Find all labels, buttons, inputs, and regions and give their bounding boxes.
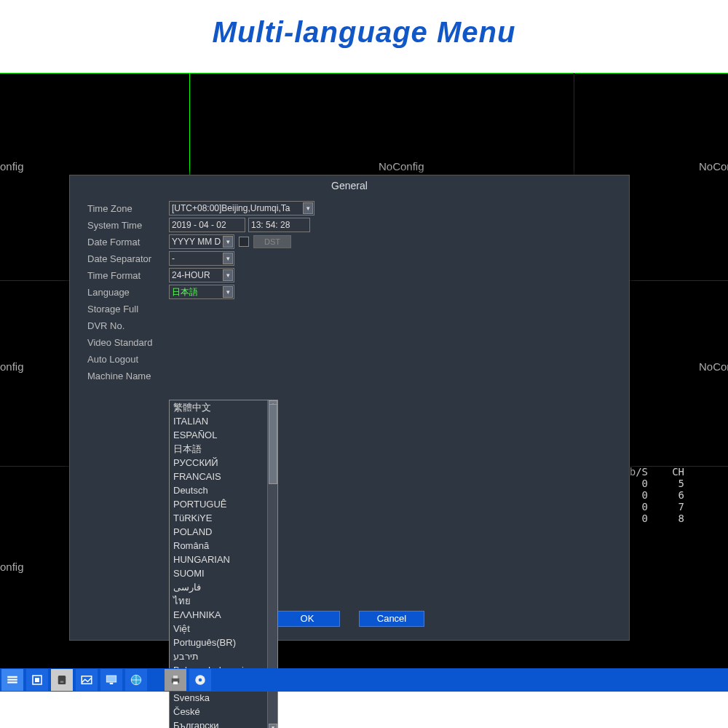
picture-icon[interactable] xyxy=(76,669,98,691)
language-option[interactable]: فارسی xyxy=(170,580,277,594)
svg-rect-0 xyxy=(7,676,17,678)
dst-button[interactable]: DST xyxy=(253,235,291,248)
label-auto-logout: Auto Logout xyxy=(87,354,169,365)
start-menu-icon[interactable] xyxy=(1,669,23,691)
svg-rect-8 xyxy=(106,676,116,682)
scroll-down-icon[interactable]: ▾ xyxy=(269,724,277,728)
svg-point-15 xyxy=(199,678,202,682)
noconfig-label: NoConfig xyxy=(699,160,728,173)
language-option[interactable]: POLAND xyxy=(170,525,277,539)
noconfig-label: NoConfig xyxy=(0,561,24,573)
noconfig-label: NoConfig xyxy=(379,160,424,173)
language-option[interactable]: Română xyxy=(170,539,277,553)
noconfig-label: NoConfig xyxy=(699,360,728,373)
language-option[interactable]: SUOMI xyxy=(170,566,277,580)
label-video-standard: Video Standard xyxy=(87,337,169,348)
chevron-down-icon: ▾ xyxy=(223,269,233,281)
language-option[interactable]: HUNGARIAN xyxy=(170,553,277,566)
stats-row: 05 xyxy=(619,478,728,489)
language-option[interactable]: Português(BR) xyxy=(170,636,277,649)
date-format-select[interactable]: YYYY MM D ▾ xyxy=(169,234,234,249)
date-separator-select[interactable]: - ▾ xyxy=(169,251,234,266)
language-option[interactable]: FRANCAIS xyxy=(170,470,277,483)
disc-icon[interactable] xyxy=(189,669,211,691)
taskbar xyxy=(0,668,728,692)
printer-icon[interactable] xyxy=(165,669,186,691)
stats-row: 07 xyxy=(619,501,728,513)
globe-icon[interactable] xyxy=(125,669,147,691)
bitrate-stats: Kb/S CH 05060708 xyxy=(619,466,728,524)
svg-rect-5 xyxy=(58,676,66,684)
language-option[interactable]: České xyxy=(170,705,277,719)
label-dvr-no: DVR No. xyxy=(87,320,169,331)
monitor-icon[interactable] xyxy=(100,669,122,691)
svg-rect-6 xyxy=(60,681,64,683)
time-zone-select[interactable]: [UTC+08:00]Beijing,Urumqi,Ta ▾ xyxy=(169,201,314,215)
general-settings-dialog: General Time Zone [UTC+08:00]Beijing,Uru… xyxy=(69,175,630,641)
svg-rect-9 xyxy=(110,683,114,684)
noconfig-label: NoConfig xyxy=(0,360,24,373)
language-option[interactable]: ESPAÑOL xyxy=(170,428,277,442)
chevron-down-icon: ▾ xyxy=(303,202,313,214)
surveillance-area: Store No: 412157 Kb/S CH 05060708 Genera… xyxy=(0,73,728,692)
label-date-separator: Date Separator xyxy=(87,253,169,264)
label-system-time: System Time xyxy=(87,220,169,231)
dialog-title: General xyxy=(70,175,629,196)
svg-rect-1 xyxy=(7,679,17,681)
fullscreen-icon[interactable] xyxy=(26,669,48,691)
language-option[interactable]: TüRKiYE xyxy=(170,511,277,525)
dst-checkbox[interactable] xyxy=(239,237,249,247)
page-banner: Multi-language Menu xyxy=(0,0,728,69)
svg-rect-12 xyxy=(173,676,178,678)
language-option[interactable]: Việt xyxy=(170,622,277,636)
svg-rect-4 xyxy=(35,678,39,682)
language-option[interactable]: Български xyxy=(170,719,277,728)
svg-rect-2 xyxy=(7,681,17,683)
language-select[interactable]: 日本語 ▾ xyxy=(169,285,234,299)
system-date-input[interactable]: 2019 - 04 - 02 xyxy=(169,218,245,232)
label-storage-full: Storage Full xyxy=(87,304,169,314)
label-machine-name: Machine Name xyxy=(87,371,169,381)
chevron-down-icon: ▾ xyxy=(223,236,233,248)
system-time-input[interactable]: 13: 54: 28 xyxy=(248,218,310,232)
stats-row: 08 xyxy=(619,513,728,524)
label-date-format: Date Format xyxy=(87,237,169,248)
cancel-button[interactable]: Cancel xyxy=(359,611,424,627)
time-format-select[interactable]: 24-HOUR ▾ xyxy=(169,268,234,282)
language-option[interactable]: РУССКИЙ xyxy=(170,456,277,470)
language-option[interactable]: ΕΛΛΗΝΙΚΑ xyxy=(170,608,277,622)
language-option[interactable]: ITALIAN xyxy=(170,414,277,428)
stats-header-ch: CH xyxy=(655,466,692,478)
label-language: Language xyxy=(87,287,169,298)
svg-rect-13 xyxy=(173,681,178,684)
ok-button[interactable]: OK xyxy=(274,611,340,627)
stats-row: 06 xyxy=(619,489,728,501)
scroll-thumb[interactable] xyxy=(269,404,277,484)
drive-icon[interactable] xyxy=(51,669,73,691)
language-option[interactable]: 繁體中文 xyxy=(170,400,277,414)
language-option[interactable]: ไทย xyxy=(170,594,277,608)
language-option[interactable]: 日本語 xyxy=(170,442,277,456)
noconfig-label: NoConfig xyxy=(0,160,24,173)
language-option[interactable]: Deutsch xyxy=(170,483,277,497)
language-option[interactable]: Svenska xyxy=(170,691,277,705)
chevron-down-icon: ▾ xyxy=(223,286,233,298)
language-option[interactable]: תירבע xyxy=(170,649,277,663)
chevron-down-icon: ▾ xyxy=(223,253,233,264)
language-option[interactable]: PORTUGUÊ xyxy=(170,497,277,511)
label-time-zone: Time Zone xyxy=(87,203,169,214)
label-time-format: Time Format xyxy=(87,270,169,281)
